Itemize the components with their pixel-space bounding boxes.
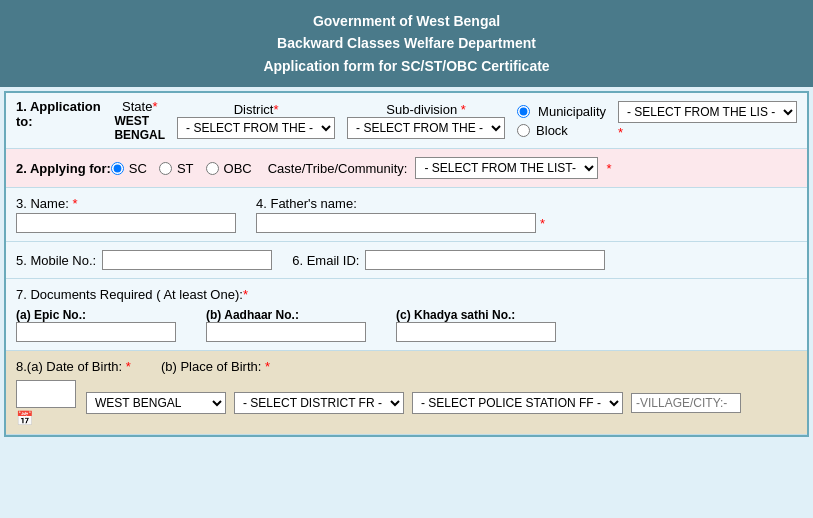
municipality-label: Municipality [538,104,606,119]
name-group: 3. Name: * [16,196,236,233]
obc-label[interactable]: OBC [206,161,252,176]
header-line2: Backward Classes Welfare Department [10,32,803,54]
section8-fields: 📅 WEST BENGAL - SELECT DISTRICT FR - - S… [16,380,741,426]
aadhaar-input[interactable] [206,322,366,342]
sc-label[interactable]: SC [111,161,147,176]
caste-select[interactable]: - SELECT FROM THE LIST- [415,157,598,179]
municipality-required: * [618,125,797,140]
calendar-icon: 📅 [16,410,76,426]
section1-label: 1. Application to: [16,99,114,129]
district-select[interactable]: - SELECT FROM THE - [177,117,335,139]
mobile-group: 5. Mobile No.: [16,250,272,270]
mobile-input[interactable] [102,250,272,270]
section1-content: State* WEST BENGAL District* - SELECT FR… [114,99,797,142]
caste-required: * [606,161,611,176]
state-block: State* WEST BENGAL [114,99,165,142]
municipality-select[interactable]: - SELECT FROM THE LIS - [618,101,797,123]
father-name-group: 4. Father's name: * [256,196,797,233]
form-container: 1. Application to: State* WEST BENGAL Di… [4,91,809,437]
section7-fields: (a) Epic No.: (b) Aadhaar No.: (c) Khady… [16,308,556,342]
pob-district-select[interactable]: - SELECT DISTRICT FR - [234,392,404,414]
mobile-label: 5. Mobile No.: [16,253,96,268]
place-birth-fields: WEST BENGAL - SELECT DISTRICT FR - - SEL… [86,392,741,414]
epic-label: (a) Epic No.: [16,308,176,322]
caste-label: Caste/Tribe/Community: [268,161,408,176]
sc-radio[interactable] [111,162,124,175]
caste-group: Caste/Tribe/Community: - SELECT FROM THE… [268,157,612,179]
dob-input[interactable] [16,380,76,408]
municipality-select-block: - SELECT FROM THE LIS - * [618,101,797,140]
subdivision-label: Sub-division * [386,102,466,117]
father-name-label: 4. Father's name: [256,196,797,211]
section34-row: 3. Name: * 4. Father's name: * [6,188,807,242]
obc-radio[interactable] [206,162,219,175]
section34-content: 3. Name: * 4. Father's name: * [16,196,797,233]
epic-input[interactable] [16,322,176,342]
municipality-block: Municipality Block [517,104,606,138]
header-line1: Government of West Bengal [10,10,803,32]
state-value: WEST BENGAL [114,114,165,142]
district-block: District* - SELECT FROM THE - [177,102,335,139]
epic-field: (a) Epic No.: [16,308,176,342]
email-input[interactable] [365,250,605,270]
section56-content: 5. Mobile No.: 6. Email ID: [16,250,797,270]
municipality-radio[interactable] [517,105,530,118]
dob-field: 📅 [16,380,76,426]
name-input[interactable] [16,213,236,233]
sc-radio-group: SC ST OBC [111,161,252,176]
khadya-label: (c) Khadya sathi No.: [396,308,556,322]
subdivision-block: Sub-division * - SELECT FROM THE - [347,102,505,139]
email-group: 6. Email ID: [292,250,605,270]
subdivision-select[interactable]: - SELECT FROM THE - [347,117,505,139]
pob-state-select[interactable]: WEST BENGAL [86,392,226,414]
aadhaar-label: (b) Aadhaar No.: [206,308,366,322]
st-label[interactable]: ST [159,161,194,176]
section8-header: 8.(a) Date of Birth: * (b) Place of Birt… [16,359,270,374]
state-label: State* [122,99,157,114]
page-header: Government of West Bengal Backward Class… [0,0,813,87]
st-radio[interactable] [159,162,172,175]
section7-row: 7. Documents Required ( At least One):* … [6,279,807,351]
section56-row: 5. Mobile No.: 6. Email ID: [6,242,807,279]
section2-row: 2. Applying for: SC ST OBC Caste/Tribe/C… [6,149,807,188]
name-label: 3. Name: * [16,196,236,211]
pob-label: (b) Place of Birth: * [161,359,270,374]
block-radio[interactable] [517,124,530,137]
section2-label: 2. Applying for: [16,161,111,176]
father-name-input[interactable] [256,213,536,233]
email-label: 6. Email ID: [292,253,359,268]
block-label: Block [536,123,568,138]
pob-police-select[interactable]: - SELECT POLICE STATION FF - [412,392,623,414]
section1-row: 1. Application to: State* WEST BENGAL Di… [6,93,807,149]
header-line3: Application form for SC/ST/OBC Certifica… [10,55,803,77]
khadya-input[interactable] [396,322,556,342]
section7-title: 7. Documents Required ( At least One):* [16,287,248,302]
dob-label: 8.(a) Date of Birth: * [16,359,131,374]
district-label: District* [234,102,279,117]
aadhaar-field: (b) Aadhaar No.: [206,308,366,342]
section2-content: SC ST OBC Caste/Tribe/Community: - SELEC… [111,157,797,179]
section8-row: 8.(a) Date of Birth: * (b) Place of Birt… [6,351,807,435]
pob-village-input[interactable] [631,393,741,413]
khadya-field: (c) Khadya sathi No.: [396,308,556,342]
municipality-radio-row: Municipality [517,104,606,119]
